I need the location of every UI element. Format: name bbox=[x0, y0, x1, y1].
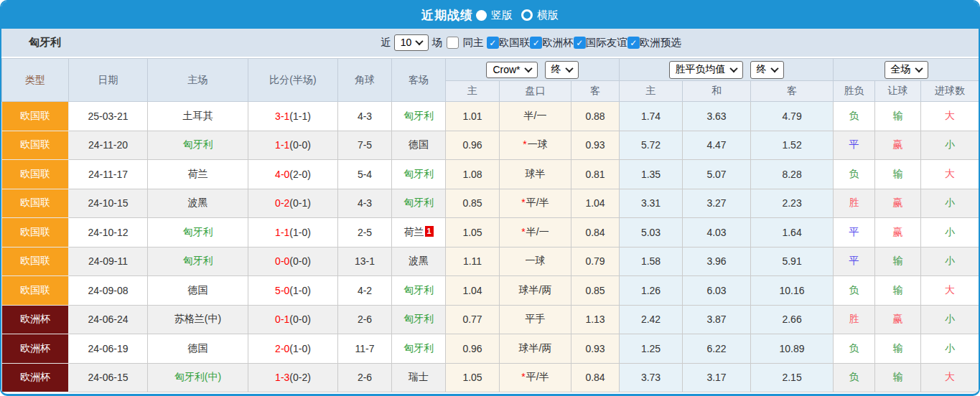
handicap: 球半/两 bbox=[500, 334, 571, 364]
match-count-select[interactable]: 10 bbox=[394, 34, 429, 51]
subcol-result: 胜负 bbox=[834, 81, 875, 102]
scope-select[interactable]: 全场 bbox=[885, 61, 928, 79]
check-icon: ✓ bbox=[533, 39, 540, 47]
away-team: 匈牙利 bbox=[392, 305, 446, 334]
match-date: 24-06-19 bbox=[69, 334, 148, 364]
odds-controls-cell: Crow* 终 bbox=[446, 59, 620, 81]
chevron-down-icon bbox=[416, 37, 424, 45]
match-row: 欧洲杯24-06-15匈牙利(中)1-3(0-2)2-6瑞士1.05*平/半0.… bbox=[2, 363, 979, 392]
check-icon: ✓ bbox=[630, 39, 637, 47]
radio-vertical-selected-icon[interactable] bbox=[476, 10, 487, 21]
match-row: 欧国联24-09-08德国5-0(1-0)4-2匈牙利1.04球半/两0.851… bbox=[2, 276, 979, 306]
goals-total: 大 bbox=[921, 160, 979, 189]
score: 5-0(1-0) bbox=[248, 276, 338, 306]
handicap-result: 赢 bbox=[875, 131, 921, 160]
score: 4-0(2-0) bbox=[248, 160, 338, 189]
goals-total: 小 bbox=[921, 189, 979, 218]
match-count-value: 10 bbox=[401, 37, 412, 48]
match-type: 欧国联 bbox=[2, 160, 69, 189]
radio-horizontal-unselected-icon[interactable] bbox=[521, 9, 533, 21]
match-date: 25-03-21 bbox=[69, 102, 148, 131]
handicap: 半/一 bbox=[500, 102, 571, 131]
odds-company-select[interactable]: Crow* bbox=[486, 62, 537, 78]
away-odds: 0.85 bbox=[571, 276, 620, 306]
home-odds: 0.96 bbox=[446, 131, 500, 160]
col-header-corner: 角球 bbox=[338, 59, 392, 102]
avg-away: 1.52 bbox=[751, 131, 834, 160]
league-checkbox-friendly[interactable]: ✓ bbox=[574, 37, 586, 49]
home-team: 德国 bbox=[148, 276, 248, 306]
home-odds: 0.77 bbox=[446, 305, 500, 334]
away-odds: 0.84 bbox=[571, 218, 620, 248]
avg-draw: 3.96 bbox=[683, 247, 751, 276]
corners: 2-6 bbox=[338, 305, 392, 334]
avg-type-value: 胜平负均值 bbox=[676, 63, 726, 76]
avg-away: 2.23 bbox=[751, 189, 834, 218]
league-checkbox-euro[interactable]: ✓ bbox=[530, 37, 542, 49]
match-row: 欧国联25-03-21土耳其3-1(1-1)4-3匈牙利1.01半/一0.881… bbox=[2, 102, 979, 131]
away-odds: 1.13 bbox=[571, 305, 620, 334]
away-team: 匈牙利 bbox=[392, 102, 446, 131]
league-label-nations: 欧国联 bbox=[499, 36, 531, 50]
league-label-friendly: 国际友谊 bbox=[586, 36, 627, 50]
subcol-odds-away: 客 bbox=[571, 81, 620, 102]
col-header-date: 日期 bbox=[69, 59, 148, 102]
handicap-result: 赢 bbox=[875, 305, 921, 334]
home-team: 荷兰 bbox=[148, 160, 248, 189]
games-label: 场 bbox=[431, 36, 442, 50]
chevron-down-icon bbox=[770, 64, 778, 72]
away-odds: 0.93 bbox=[571, 131, 620, 160]
avg-time-select[interactable]: 终 bbox=[750, 61, 784, 79]
away-team: 瑞士 bbox=[392, 363, 446, 392]
col-header-home: 主场 bbox=[148, 59, 248, 102]
avg-home: 1.58 bbox=[620, 247, 683, 276]
league-checkbox-qualifier[interactable]: ✓ bbox=[627, 37, 640, 49]
check-icon: ✓ bbox=[576, 39, 583, 47]
result: 负 bbox=[834, 276, 875, 306]
vertical-layout-label[interactable]: 竖版 bbox=[491, 9, 513, 22]
horizontal-layout-label[interactable]: 横版 bbox=[537, 9, 559, 22]
chevron-down-icon bbox=[915, 64, 923, 72]
corners: 7-5 bbox=[338, 131, 392, 160]
goals-total: 小 bbox=[921, 218, 979, 248]
avg-away: 1.64 bbox=[751, 218, 834, 248]
corners: 2-5 bbox=[338, 218, 392, 248]
goals-total: 大 bbox=[921, 102, 979, 131]
league-checkbox-nations[interactable]: ✓ bbox=[487, 37, 499, 49]
handicap: *半/一 bbox=[500, 218, 571, 248]
match-type: 欧国联 bbox=[2, 247, 69, 276]
handicap-result: 输 bbox=[875, 363, 921, 392]
match-type: 欧洲杯 bbox=[2, 363, 69, 392]
odds-time-select[interactable]: 终 bbox=[545, 61, 579, 79]
score: 2-0(1-0) bbox=[248, 334, 338, 364]
title-bar: 近期战绩 竖版 横版 bbox=[1, 1, 979, 29]
goals-total: 大 bbox=[921, 276, 979, 306]
result: 平 bbox=[834, 218, 875, 248]
subcol-avg-away: 客 bbox=[751, 81, 834, 102]
match-type: 欧洲杯 bbox=[2, 305, 69, 334]
handicap: 平手 bbox=[500, 305, 571, 334]
match-row: 欧洲杯24-06-19德国2-0(1-0)11-7匈牙利0.96球半/两0.93… bbox=[2, 334, 979, 364]
avg-home: 2.42 bbox=[620, 305, 683, 334]
team-name: 匈牙利 bbox=[29, 36, 61, 50]
result: 胜 bbox=[834, 189, 875, 218]
avg-home: 5.03 bbox=[620, 218, 683, 248]
result: 负 bbox=[834, 334, 875, 364]
corners: 4-3 bbox=[338, 189, 392, 218]
home-odds: 1.01 bbox=[446, 102, 500, 131]
same-home-checkbox[interactable] bbox=[447, 37, 459, 49]
result: 平 bbox=[834, 131, 875, 160]
avg-controls-cell: 胜平负均值 终 bbox=[620, 59, 834, 81]
avg-type-select[interactable]: 胜平负均值 bbox=[669, 61, 743, 79]
results-body: 欧国联25-03-21土耳其3-1(1-1)4-3匈牙利1.01半/一0.881… bbox=[2, 102, 979, 392]
goals-total: 小 bbox=[921, 247, 979, 276]
score: 3-1(1-1) bbox=[248, 102, 338, 131]
scope-value: 全场 bbox=[891, 63, 911, 76]
col-header-away: 客场 bbox=[392, 59, 446, 102]
match-date: 24-06-15 bbox=[69, 363, 148, 392]
avg-home: 1.26 bbox=[620, 276, 683, 306]
avg-away: 2.15 bbox=[751, 363, 834, 392]
away-odds: 0.93 bbox=[571, 334, 620, 364]
handicap: 球半 bbox=[500, 160, 571, 189]
home-odds: 1.05 bbox=[446, 363, 500, 392]
